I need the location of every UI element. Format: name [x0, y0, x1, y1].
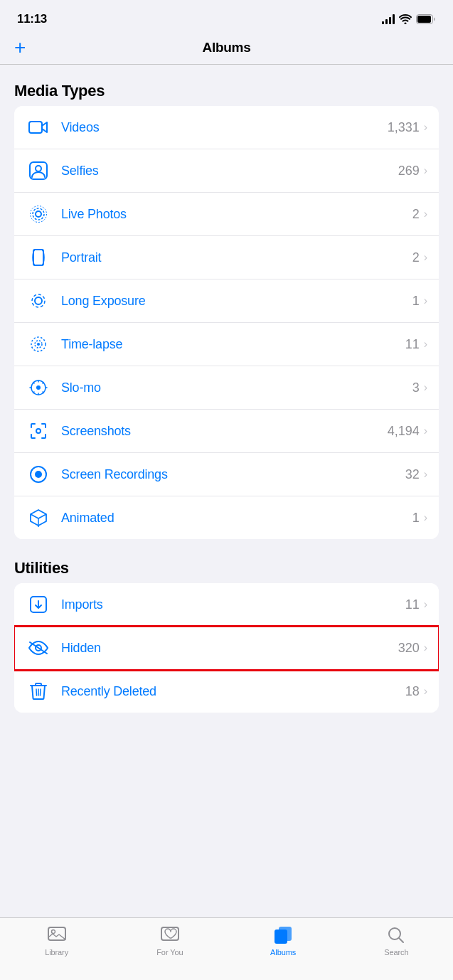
tab-for-you[interactable]: For You [113, 924, 226, 957]
list-item-timelapse[interactable]: Time-lapse 11 › [14, 323, 439, 366]
imports-icon [26, 592, 51, 617]
portrait-count: 2 [412, 250, 420, 265]
videos-chevron: › [424, 121, 427, 134]
live-photos-label: Live Photos [61, 207, 412, 222]
for-you-tab-icon [160, 925, 180, 945]
imports-label: Imports [61, 597, 405, 612]
svg-point-8 [35, 297, 42, 304]
svg-point-21 [51, 930, 55, 934]
screen-recording-icon [26, 462, 51, 487]
recently-deleted-chevron: › [424, 685, 427, 698]
tab-search[interactable]: Search [340, 924, 453, 957]
albums-tab-icon [273, 925, 293, 945]
tab-library[interactable]: Library [0, 924, 113, 957]
svg-point-12 [37, 343, 40, 346]
svg-point-5 [36, 211, 41, 217]
videos-label: Videos [61, 120, 388, 135]
list-item-screen-recordings[interactable]: Screen Recordings 32 › [14, 453, 439, 496]
selfies-chevron: › [424, 164, 427, 177]
timelapse-label: Time-lapse [61, 337, 405, 352]
albums-tab-label: Albums [270, 948, 296, 957]
screen-recordings-count: 32 [405, 467, 420, 482]
timelapse-icon [26, 331, 51, 357]
selfie-icon [26, 158, 51, 183]
scroll-content: Media Types Videos 1,331 › [0, 82, 453, 784]
recently-deleted-label: Recently Deleted [61, 684, 405, 699]
list-item-screenshots[interactable]: Screenshots 4,194 › [14, 410, 439, 453]
search-tab-icon [386, 925, 406, 945]
screenshot-icon [26, 418, 51, 444]
tab-albums[interactable]: Albums [227, 924, 340, 957]
slomo-icon [26, 375, 51, 400]
videos-count: 1,331 [388, 120, 420, 135]
portrait-chevron: › [424, 251, 427, 264]
list-item-videos[interactable]: Videos 1,331 › [14, 106, 439, 149]
svg-rect-1 [417, 16, 431, 23]
list-item-slomo[interactable]: Slo-mo 3 › [14, 366, 439, 410]
utilities-list: Imports 11 › Hidden 320 › [14, 583, 439, 713]
utilities-section: Utilities Imports 11 › [0, 559, 453, 713]
list-item-imports[interactable]: Imports 11 › [14, 583, 439, 627]
media-types-title: Media Types [14, 82, 439, 100]
search-tab-label: Search [384, 948, 408, 957]
svg-point-14 [36, 385, 41, 390]
portrait-icon [26, 245, 51, 270]
animated-chevron: › [424, 511, 427, 524]
hidden-count: 320 [398, 641, 420, 656]
wifi-icon [399, 14, 412, 24]
for-you-tab-label: For You [156, 948, 183, 957]
screen-recordings-chevron: › [424, 468, 427, 481]
status-icons [382, 14, 436, 24]
media-types-section: Media Types Videos 1,331 › [0, 82, 453, 539]
screenshots-label: Screenshots [61, 424, 388, 439]
media-types-list: Videos 1,331 › Selfies 269 › [14, 106, 439, 539]
recently-deleted-count: 18 [405, 684, 420, 699]
animated-icon [26, 505, 51, 531]
long-exposure-label: Long Exposure [61, 294, 412, 309]
timelapse-chevron: › [424, 338, 427, 351]
portrait-label: Portrait [61, 250, 412, 265]
list-item-selfies[interactable]: Selfies 269 › [14, 149, 439, 193]
screen-recordings-label: Screen Recordings [61, 467, 405, 482]
long-exposure-count: 1 [412, 294, 420, 309]
nav-bar: + Albums [0, 34, 453, 65]
add-button[interactable]: + [14, 38, 26, 58]
svg-rect-24 [279, 927, 292, 941]
animated-label: Animated [61, 511, 412, 526]
status-time: 11:13 [17, 12, 47, 26]
selfies-label: Selfies [61, 164, 398, 179]
tab-bar: Library For You Albums Search [0, 917, 453, 980]
page-title: Albums [203, 40, 251, 55]
list-item-long-exposure[interactable]: Long Exposure 1 › [14, 279, 439, 323]
list-item-hidden[interactable]: Hidden 320 › [14, 627, 439, 670]
animated-count: 1 [412, 511, 420, 526]
svg-point-6 [33, 208, 44, 220]
live-photos-chevron: › [424, 208, 427, 220]
library-tab-label: Library [45, 948, 68, 957]
list-item-portrait[interactable]: Portrait 2 › [14, 236, 439, 279]
hidden-icon [26, 635, 51, 661]
timelapse-count: 11 [405, 337, 420, 352]
list-item-live-photos[interactable]: Live Photos 2 › [14, 193, 439, 236]
live-photos-count: 2 [412, 207, 420, 222]
library-tab-icon [47, 925, 67, 945]
video-icon [26, 114, 51, 140]
list-item-recently-deleted[interactable]: Recently Deleted 18 › [14, 670, 439, 713]
svg-rect-20 [48, 927, 65, 940]
svg-point-17 [35, 471, 42, 478]
svg-point-15 [36, 429, 41, 433]
list-item-animated[interactable]: Animated 1 › [14, 496, 439, 539]
battery-icon [416, 14, 436, 24]
live-photo-icon [26, 201, 51, 227]
hidden-label: Hidden [61, 641, 398, 656]
slomo-label: Slo-mo [61, 380, 412, 395]
imports-chevron: › [424, 598, 427, 611]
selfies-count: 269 [398, 164, 420, 179]
slomo-chevron: › [424, 381, 427, 394]
screenshots-count: 4,194 [388, 424, 420, 439]
trash-icon [26, 678, 51, 704]
svg-point-4 [36, 166, 41, 171]
svg-point-9 [32, 294, 45, 307]
signal-bars-icon [382, 14, 395, 24]
imports-count: 11 [405, 597, 420, 612]
